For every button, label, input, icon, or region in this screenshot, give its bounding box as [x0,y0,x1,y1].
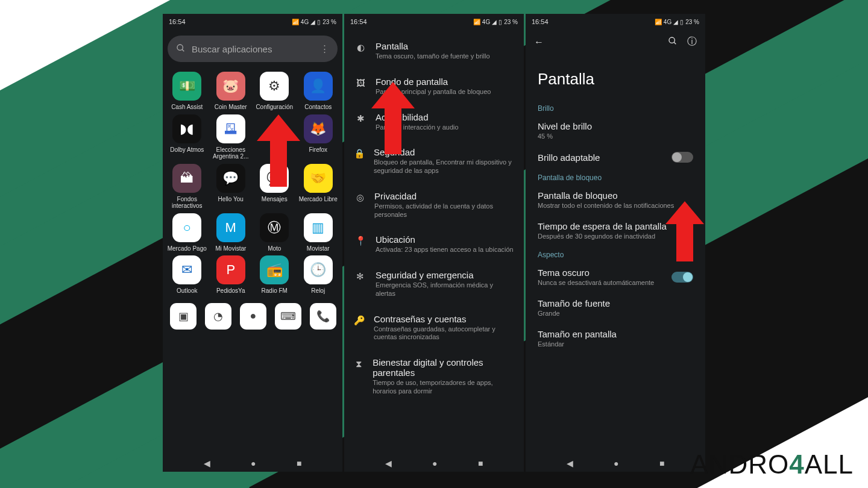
app-icon: ✉ [172,255,201,284]
pref-tama-o-en-pantalla[interactable]: Tamaño en pantallaEstándar [526,323,705,354]
signal-text: 4G [664,19,671,25]
app-icon: ◗◖ [172,114,201,143]
setting-subtitle: Emergencia SOS, información médica y ale… [376,281,514,298]
nav-home-icon[interactable]: ● [432,458,437,468]
app-outlook[interactable]: ✉Outlook [165,255,209,295]
partial-app-icon[interactable]: ▣ [170,303,197,330]
status-time: 16:54 [169,18,186,25]
app-dolby-atmos[interactable]: ◗◖Dolby Atmos [165,114,209,160]
nav-home-icon[interactable]: ● [614,458,618,468]
status-bar: 16:54 📶 4G ◢ ▯ 23 % [163,14,342,30]
nav-bar: ◀ ● ■ [344,455,524,472]
app-label: Coin Master [215,104,247,111]
partial-app-icon[interactable]: ◔ [205,303,231,330]
nav-recent-icon[interactable]: ■ [659,458,664,468]
andro4all-logo: ANDRO4ALL [690,449,854,480]
nav-back-icon[interactable]: ◀ [385,458,392,468]
pref-tema-oscuro[interactable]: Tema oscuroNunca se desactivará automáti… [526,261,705,292]
app-mercado-libre[interactable]: 🤝Mercado Libre [297,164,341,210]
partial-app-icon[interactable]: ⌨ [275,303,301,330]
status-bar: 16:54 📶 4G ◢ ▯ 23 % [526,14,705,30]
app-label: Firefox [309,146,327,154]
more-icon[interactable]: ⋮ [320,43,329,54]
app-mercado-pago[interactable]: ○Mercado Pago [165,213,209,252]
setting-subtitle: Tema oscuro, tamaño de fuente y brillo [376,52,490,61]
search-apps-input[interactable]: Buscar aplicaciones ⋮ [168,36,338,62]
setting-subtitle: Tiempo de uso, temporizadores de apps, h… [373,379,514,396]
setting-pantalla[interactable]: ◐PantallaTema oscuro, tamaño de fuente y… [344,33,524,69]
nav-recent-icon[interactable]: ■ [478,458,483,468]
app-icon: 📻 [260,255,289,284]
app-fondos-interactivos[interactable]: 🏔Fondos interactivos [165,164,209,210]
pref-title: Brillo adaptable [538,152,600,163]
app-icon: Ⓜ [260,213,289,242]
app-label: Outlook [177,287,197,295]
app-hello-you[interactable]: 💬Hello You [209,164,253,210]
status-time: 16:54 [350,18,367,25]
back-icon[interactable]: ← [534,37,544,48]
nav-bar: ◀ ● ■ [526,455,705,472]
signal-icon: ◢ [673,19,678,25]
nav-back-icon[interactable]: ◀ [567,458,573,468]
app-label: Radio FM [262,287,288,295]
pref-tama-o-de-fuente[interactable]: Tamaño de fuenteGrande [526,292,705,323]
setting-subtitle: Permisos, actividad de la cuenta y datos… [374,202,514,219]
setting-privacidad[interactable]: ◎PrivacidadPermisos, actividad de la cue… [344,183,524,227]
logo-four: 4 [789,449,804,479]
setting-title: Pantalla [376,41,490,51]
app-label: Mercado Libre [299,196,338,203]
toggle-switch[interactable] [671,152,693,163]
app-label: Moto [268,245,281,252]
app-movistar[interactable]: ▥Movistar [297,213,341,252]
app-label: Movistar [307,245,330,252]
app-label: Fondos interactivos [166,196,207,210]
nav-home-icon[interactable]: ● [251,458,256,468]
app-radio-fm[interactable]: 📻Radio FM [253,255,297,295]
nav-back-icon[interactable]: ◀ [204,458,210,468]
app-cash-assist[interactable]: 💵Cash Assist [165,72,209,111]
app-label: Mercado Pago [168,245,207,252]
app-grid: 💵Cash Assist🐷Coin Master⚙Configuración👤C… [163,68,342,298]
pref-subtitle: Nunca se desactivará automáticamente [538,279,654,286]
setting-bienestar-digital-y-controles-parentales[interactable]: ⧗Bienestar digital y controles parentale… [344,349,524,404]
app-icon: 🤝 [304,164,333,193]
status-right: 📶 4G ◢ ▯ 23 % [292,19,336,25]
svg-point-0 [177,45,183,50]
app-coin-master[interactable]: 🐷Coin Master [209,72,253,111]
setting-seguridad-y-emergencia[interactable]: ✻Seguridad y emergenciaEmergencia SOS, i… [344,262,524,306]
app-contactos[interactable]: 👤Contactos [297,72,341,111]
app-icon: ○ [172,213,201,242]
pref-nivel-de-brillo[interactable]: Nivel de brillo45 % [526,115,705,146]
app-label: Hello You [218,196,244,203]
partial-app-icon[interactable]: 📞 [310,303,336,330]
app-reloj[interactable]: 🕒Reloj [297,255,341,295]
setting-subtitle: Contraseñas guardadas, autocompletar y c… [374,325,514,342]
partial-app-icon[interactable]: ● [240,303,266,330]
app-firefox[interactable]: 🦊Firefox [297,114,341,160]
nav-recent-icon[interactable]: ■ [297,458,301,468]
app-configuraci-n[interactable]: ⚙Configuración [253,72,297,111]
phone-app-drawer: 16:54 📶 4G ◢ ▯ 23 % Buscar aplicaciones … [163,14,342,472]
setting-contrase-as-y-cuentas[interactable]: 🔑Contraseñas y cuentasContraseñas guarda… [344,306,524,350]
setting-subtitle: Activada: 23 apps tienen acceso a la ubi… [376,246,514,254]
setting-ubicaci-n[interactable]: 📍UbicaciónActivada: 23 apps tienen acces… [344,227,524,262]
battery-text: 23 % [685,19,699,25]
app-elecciones-argentina-2-[interactable]: 🗳Elecciones Argentina 2... [209,114,253,160]
search-icon[interactable] [668,36,678,48]
app-icon: ▥ [304,213,333,242]
logo-pre: ANDRO [690,449,789,479]
app-pedidosya[interactable]: PPedidosYa [209,255,253,295]
app-mi-movistar[interactable]: MMi Movistar [209,213,253,252]
setting-icon: 🔑 [354,314,365,342]
page-title: Pantalla [526,54,705,99]
svg-marker-4 [257,114,300,187]
app-label: Elecciones Argentina 2... [210,146,251,160]
status-right: 📶 4G ◢ ▯ 23 % [655,19,699,25]
app-moto[interactable]: ⓂMoto [253,213,297,252]
setting-title: Privacidad [374,191,514,201]
help-icon[interactable]: ⓘ [687,36,697,48]
partial-apps-row: ▣◔●⌨📞 [163,298,342,330]
toggle-switch[interactable] [671,272,693,283]
pref-brillo-adaptable[interactable]: Brillo adaptable [526,146,705,169]
pref-title: Tiempo de espera de la pantalla [538,221,667,231]
